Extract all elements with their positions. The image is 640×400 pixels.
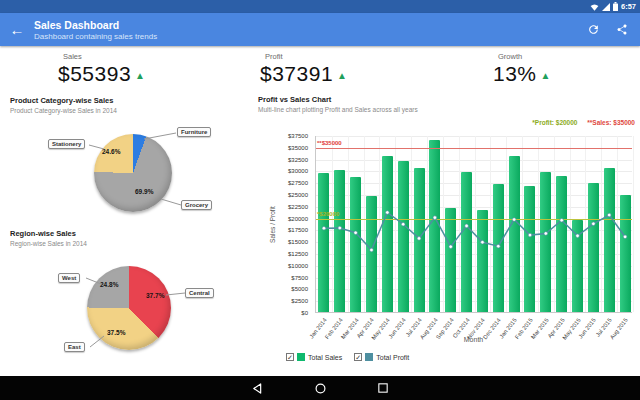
line-marker — [322, 226, 326, 230]
kpi-profit: Profit $37391▲ — [260, 52, 347, 86]
line-marker — [528, 233, 532, 237]
legend-swatch — [297, 353, 305, 361]
line-marker — [465, 224, 469, 228]
pie-chart-region[interactable] — [87, 266, 171, 350]
pie1-callout-furniture: Furniture — [177, 127, 211, 137]
y-tick-label: $15000 — [288, 239, 308, 245]
pie1-pct-stationery: 24.6% — [102, 148, 120, 155]
line-marker — [354, 231, 358, 235]
nav-back-icon[interactable] — [251, 382, 264, 395]
annotation-profit: *Profit: $20000 — [532, 119, 577, 126]
line-marker — [592, 222, 596, 226]
line-marker — [576, 234, 580, 238]
y-tick-label: $35000 — [288, 145, 308, 151]
y-tick-label: $12500 — [288, 251, 308, 257]
kpi-profit-label: Profit — [260, 52, 347, 61]
app-bar: ← Sales Dashboard Dashboard containing s… — [0, 13, 640, 46]
line-marker — [481, 240, 485, 244]
legend-checkbox[interactable]: ✓ — [286, 353, 294, 361]
battery-icon — [613, 2, 618, 11]
refresh-icon[interactable] — [587, 23, 600, 36]
y-tick-label: $17500 — [288, 227, 308, 233]
annotation-sales: **Sales: $35000 — [587, 119, 635, 126]
trend-up-icon: ▲ — [337, 70, 347, 81]
legend-item: ✓Total Profit — [354, 353, 409, 361]
y-tick-label: $30000 — [288, 168, 308, 174]
y-tick-label: $10000 — [288, 263, 308, 269]
screen: 6:57 ← Sales Dashboard Dashboard contain… — [0, 0, 640, 400]
kpi-sales: Sales $55393▲ — [58, 52, 145, 86]
y-tick-label: $37500 — [288, 133, 308, 139]
line-marker — [623, 235, 627, 239]
trend-up-icon: ▲ — [541, 70, 551, 81]
pie2-callout-central: Central — [185, 288, 214, 298]
nav-recents-icon[interactable] — [377, 382, 390, 395]
chart-legend: ✓Total Sales✓Total Profit — [286, 353, 409, 361]
y-tick-label: $27500 — [288, 180, 308, 186]
x-axis-title: Month — [315, 336, 632, 343]
pie1-title: Product Category-wise Sales — [10, 96, 113, 105]
y-tick-label: $7500 — [291, 275, 308, 281]
line-marker — [607, 213, 611, 217]
page-title: Sales Dashboard — [34, 19, 587, 31]
pie2-callout-west: West — [58, 273, 80, 283]
clock: 6:57 — [621, 2, 636, 11]
page-subtitle: Dashboard containing sales trends — [34, 32, 587, 41]
y-tick-label: $20000 — [288, 216, 308, 222]
legend-swatch — [365, 353, 373, 361]
app-bar-titles: Sales Dashboard Dashboard containing sal… — [34, 19, 587, 41]
legend-item: ✓Total Sales — [286, 353, 342, 361]
line-marker — [433, 216, 437, 220]
chart-annotations: *Profit: $20000 **Sales: $35000 — [524, 119, 635, 126]
y-tick-label: $5000 — [291, 286, 308, 292]
line-marker — [370, 248, 374, 252]
kpi-sales-value: $55393▲ — [58, 62, 145, 86]
back-arrow-icon[interactable]: ← — [0, 21, 34, 38]
line-marker — [338, 226, 342, 230]
line-marker — [401, 222, 405, 226]
legend-label: Total Profit — [376, 354, 409, 361]
kpi-sales-label: Sales — [58, 52, 145, 61]
pie2-pct-east: 37.5% — [107, 329, 125, 336]
combo-chart-plot-area: **$35000*$20000 — [315, 136, 632, 313]
wifi-icon — [590, 3, 599, 11]
pie2-subtitle: Region-wise Sales in 2014 — [10, 240, 87, 247]
line-marker — [496, 244, 500, 248]
pie2-callout-east: East — [64, 342, 85, 352]
line-marker — [417, 237, 421, 241]
pie1-subtitle: Product Category-wise Sales in 2014 — [10, 107, 117, 114]
cellular-signal-icon — [602, 3, 610, 11]
share-icon[interactable] — [616, 23, 628, 36]
kpi-growth-value: 13%▲ — [493, 62, 551, 86]
line-marker — [512, 218, 516, 222]
pie1-pct-grocery: 69.9% — [135, 188, 153, 195]
nav-home-icon[interactable] — [314, 382, 327, 395]
kpi-profit-value: $37391▲ — [260, 62, 347, 86]
kpi-growth-label: Growth — [493, 52, 551, 61]
line-marker — [560, 218, 564, 222]
kpi-growth: Growth 13%▲ — [493, 52, 551, 86]
pie1-callout-grocery: Grocery — [181, 200, 212, 210]
legend-checkbox[interactable]: ✓ — [354, 353, 362, 361]
android-nav-bar — [0, 376, 640, 400]
pie-chart-product-category[interactable] — [94, 134, 172, 212]
combo-chart-subtitle: Multi-line chart plotting Profit and Sal… — [258, 106, 418, 113]
pie1-callout-stationery: Stationery — [48, 139, 85, 149]
combo-chart-title: Profit vs Sales Chart — [258, 95, 331, 104]
y-axis-tick-labels: $0$2500$5000$7500$10000$12500$15000$1750… — [277, 136, 311, 313]
total-profit-line — [316, 136, 633, 313]
legend-label: Total Sales — [308, 354, 342, 361]
y-axis-title: Sales / Profit — [269, 195, 276, 255]
v-gridline — [633, 136, 634, 312]
line-marker — [449, 245, 453, 249]
y-tick-label: $0 — [301, 310, 308, 316]
status-bar: 6:57 — [0, 0, 640, 13]
y-tick-label: $32500 — [288, 157, 308, 163]
line-marker — [544, 232, 548, 236]
line-marker — [386, 211, 390, 215]
y-tick-label: $22500 — [288, 204, 308, 210]
pie2-pct-west: 24.8% — [100, 281, 118, 288]
y-tick-label: $2500 — [291, 298, 308, 304]
trend-up-icon: ▲ — [135, 70, 145, 81]
pie2-pct-central: 37.7% — [146, 292, 164, 299]
